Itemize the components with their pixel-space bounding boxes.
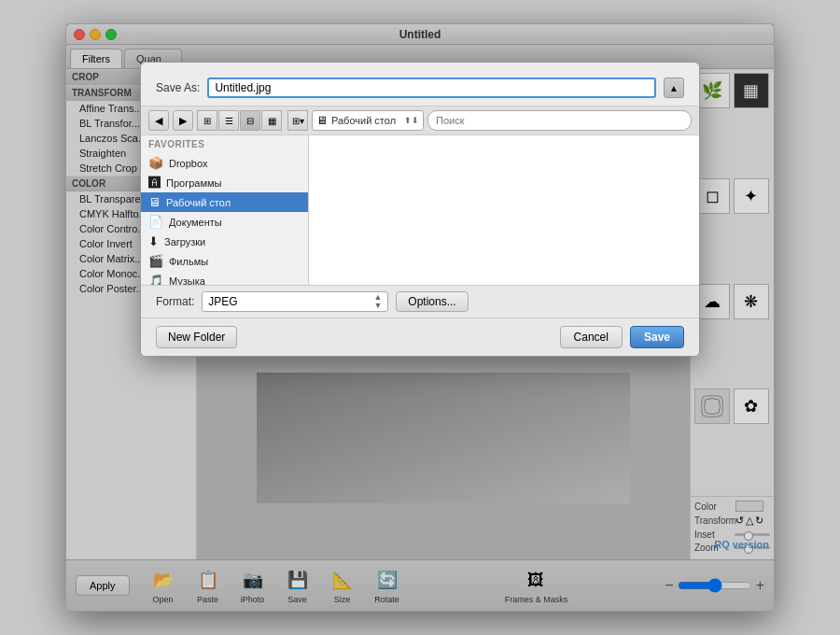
dialog-top: Save As: ▲ (141, 63, 699, 106)
dialog-bottom: New Folder Cancel Save (141, 318, 699, 356)
dropbox-icon: 📦 (148, 156, 163, 170)
fav-music[interactable]: 🎵 Музыка (141, 271, 308, 285)
format-value: JPEG (208, 295, 370, 308)
forward-button[interactable]: ▶ (173, 110, 193, 131)
expand-button[interactable]: ▲ (664, 78, 684, 98)
format-select[interactable]: JPEG ▲▼ (202, 291, 388, 312)
format-label: Format: (156, 295, 194, 308)
view-buttons: ⊞ ☰ ⊟ ▦ (197, 110, 282, 131)
browser-toolbar: ◀ ▶ ⊞ ☰ ⊟ ▦ ⊞▾ 🖥 Рабочий стол ⬆⬇ (141, 106, 699, 135)
save-button[interactable]: Save (630, 326, 684, 348)
view-icon-btn[interactable]: ⊞ (197, 110, 217, 131)
fav-documents-label: Документы (169, 217, 222, 228)
documents-icon: 📄 (148, 215, 163, 229)
music-icon: 🎵 (148, 274, 163, 285)
save-as-label: Save As: (156, 81, 200, 94)
favorites-header: FAVORITES (141, 135, 308, 153)
desktop-icon: 🖥 (148, 195, 161, 209)
app-window: Untitled Filters Quan... CROP TRANSFORM … (65, 23, 775, 612)
fav-desktop-label: Рабочий стол (166, 197, 231, 208)
back-button[interactable]: ◀ (148, 110, 169, 131)
search-input[interactable] (427, 110, 692, 131)
fav-music-label: Музыка (169, 275, 205, 286)
arrange-btn[interactable]: ⊞▾ (287, 110, 308, 131)
view-list-btn[interactable]: ☰ (218, 110, 239, 131)
fav-movies-label: Фильмы (169, 256, 208, 267)
fav-downloads[interactable]: ⬇ Загрузки (141, 232, 308, 251)
file-browser: FAVORITES 📦 Dropbox 🅰 Программы 🖥 Рабочи… (141, 135, 699, 285)
dialog-overlay: Save As: ▲ ◀ ▶ ⊞ ☰ ⊟ ▦ ⊞▾ 🖥 Рабочий стол (66, 24, 774, 611)
filename-input[interactable] (207, 78, 656, 98)
location-select[interactable]: 🖥 Рабочий стол ⬆⬇ (312, 110, 424, 131)
new-folder-button[interactable]: New Folder (156, 326, 237, 348)
cancel-button[interactable]: Cancel (560, 326, 623, 348)
fav-dropbox[interactable]: 📦 Dropbox (141, 153, 308, 173)
location-name: Рабочий стол (331, 115, 400, 126)
downloads-icon: ⬇ (148, 234, 159, 248)
fav-desktop[interactable]: 🖥 Рабочий стол (141, 192, 308, 212)
save-dialog: Save As: ▲ ◀ ▶ ⊞ ☰ ⊟ ▦ ⊞▾ 🖥 Рабочий стол (140, 62, 700, 357)
view-column-btn[interactable]: ⊟ (240, 110, 260, 131)
format-bar: Format: JPEG ▲▼ Options... (141, 285, 699, 318)
fav-programs-label: Программы (166, 177, 221, 189)
fav-movies[interactable]: 🎬 Фильмы (141, 251, 308, 271)
location-arrow-icon: ⬆⬇ (404, 116, 419, 125)
fav-dropbox-label: Dropbox (169, 158, 208, 169)
format-arrows-icon: ▲▼ (373, 293, 382, 310)
files-panel (309, 135, 699, 285)
fav-documents[interactable]: 📄 Документы (141, 212, 308, 232)
movies-icon: 🎬 (148, 254, 163, 268)
fav-programs[interactable]: 🅰 Программы (141, 173, 308, 192)
view-cover-btn[interactable]: ▦ (261, 110, 282, 131)
options-button[interactable]: Options... (396, 291, 468, 312)
favorites-panel: FAVORITES 📦 Dropbox 🅰 Программы 🖥 Рабочи… (141, 135, 309, 285)
programs-icon: 🅰 (148, 176, 161, 190)
fav-downloads-label: Загрузки (164, 236, 205, 247)
location-icon: 🖥 (316, 114, 328, 127)
